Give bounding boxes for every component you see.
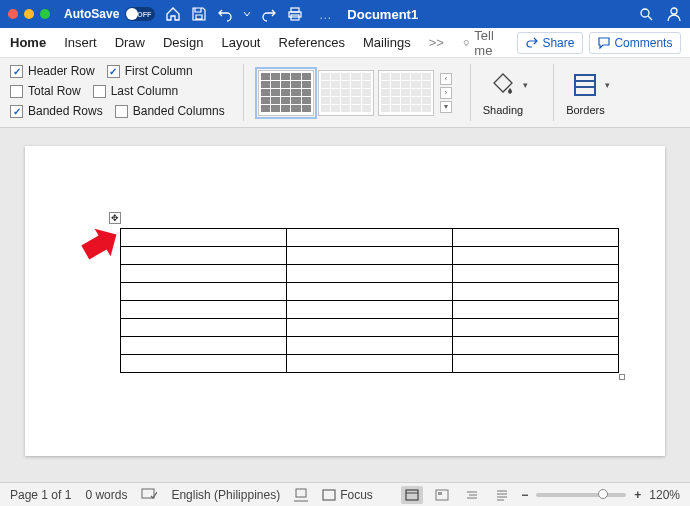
table-move-handle[interactable]: ✥ — [109, 212, 121, 224]
tell-me[interactable]: Tell me — [462, 28, 500, 58]
table-row[interactable] — [121, 301, 619, 319]
table-style-1[interactable] — [258, 70, 314, 116]
zoom-in-button[interactable]: + — [634, 488, 641, 502]
first-column-checkbox[interactable]: First Column — [107, 64, 193, 78]
table-style-3[interactable] — [378, 70, 434, 116]
table-row[interactable] — [121, 229, 619, 247]
table-cell[interactable] — [121, 301, 287, 319]
search-icon[interactable] — [638, 6, 654, 22]
print-icon[interactable] — [287, 6, 303, 22]
page[interactable]: ✥ — [25, 146, 665, 456]
table-cell[interactable] — [121, 247, 287, 265]
tab-design[interactable]: Design — [163, 35, 203, 50]
svg-line-4 — [648, 16, 652, 20]
table-cell[interactable] — [453, 355, 619, 373]
styles-more-icon[interactable]: ▾ — [440, 101, 452, 113]
last-column-checkbox[interactable]: Last Column — [93, 84, 178, 98]
borders-icon: ▾ — [570, 70, 600, 100]
account-icon[interactable] — [666, 6, 682, 22]
table-row[interactable] — [121, 247, 619, 265]
table-cell[interactable] — [287, 265, 453, 283]
tab-home[interactable]: Home — [10, 35, 46, 50]
undo-dropdown-icon[interactable] — [243, 6, 251, 22]
total-row-checkbox[interactable]: Total Row — [10, 84, 81, 98]
table-row[interactable] — [121, 283, 619, 301]
tab-layout[interactable]: Layout — [221, 35, 260, 50]
table-cell[interactable] — [287, 319, 453, 337]
table-cell[interactable] — [287, 283, 453, 301]
banded-rows-checkbox[interactable]: Banded Rows — [10, 104, 103, 118]
autosave-switch[interactable]: OFF — [125, 7, 155, 21]
table-cell[interactable] — [121, 265, 287, 283]
table-row[interactable] — [121, 319, 619, 337]
table-row[interactable] — [121, 355, 619, 373]
shading-button[interactable]: ▾ Shading — [470, 64, 535, 121]
draft-view-icon[interactable] — [491, 486, 513, 504]
table-cell[interactable] — [453, 301, 619, 319]
table-cell[interactable] — [287, 355, 453, 373]
table-cell[interactable] — [287, 301, 453, 319]
shading-dropdown-icon[interactable]: ▾ — [523, 80, 528, 90]
table-cell[interactable] — [121, 355, 287, 373]
more-tabs-icon[interactable]: >> — [429, 35, 444, 50]
maximize-window-icon[interactable] — [40, 9, 50, 19]
outline-view-icon[interactable] — [461, 486, 483, 504]
borders-dropdown-icon[interactable]: ▾ — [605, 80, 610, 90]
table-cell[interactable] — [453, 265, 619, 283]
table-cell[interactable] — [121, 229, 287, 247]
zoom-out-button[interactable]: − — [521, 488, 528, 502]
banded-columns-checkbox[interactable]: Banded Columns — [115, 104, 225, 118]
tab-draw[interactable]: Draw — [115, 35, 145, 50]
last-column-label: Last Column — [111, 84, 178, 98]
table-row[interactable] — [121, 265, 619, 283]
autosave-toggle[interactable]: AutoSave OFF — [64, 7, 155, 21]
table-cell[interactable] — [121, 337, 287, 355]
home-icon[interactable] — [165, 6, 181, 22]
scroll-left-icon[interactable]: ‹ — [440, 73, 452, 85]
comments-button[interactable]: Comments — [589, 32, 681, 54]
accessibility-icon[interactable] — [294, 488, 308, 502]
borders-label: Borders — [566, 104, 605, 116]
language-indicator[interactable]: English (Philippines) — [171, 488, 280, 502]
borders-button[interactable]: ▾ Borders — [553, 64, 617, 121]
header-row-label: Header Row — [28, 64, 95, 78]
table-style-2[interactable] — [318, 70, 374, 116]
word-count[interactable]: 0 words — [85, 488, 127, 502]
minimize-window-icon[interactable] — [24, 9, 34, 19]
tab-mailings[interactable]: Mailings — [363, 35, 411, 50]
close-window-icon[interactable] — [8, 9, 18, 19]
spellcheck-icon[interactable] — [141, 488, 157, 502]
page-indicator[interactable]: Page 1 of 1 — [10, 488, 71, 502]
header-row-checkbox[interactable]: Header Row — [10, 64, 95, 78]
tab-references[interactable]: References — [279, 35, 345, 50]
table-cell[interactable] — [287, 247, 453, 265]
table-styles-scroll: ‹ › ▾ — [440, 73, 452, 113]
table-cell[interactable] — [287, 229, 453, 247]
undo-icon[interactable] — [217, 6, 233, 22]
table-cell[interactable] — [453, 319, 619, 337]
quick-access-toolbar: … Document1 — [165, 6, 418, 22]
focus-mode-button[interactable]: Focus — [322, 488, 373, 502]
web-layout-view-icon[interactable] — [431, 486, 453, 504]
table-row[interactable] — [121, 337, 619, 355]
table-cell[interactable] — [453, 247, 619, 265]
zoom-level[interactable]: 120% — [649, 488, 680, 502]
share-button[interactable]: Share — [517, 32, 583, 54]
zoom-slider-thumb[interactable] — [598, 489, 608, 499]
table-cell[interactable] — [121, 319, 287, 337]
table-cell[interactable] — [453, 283, 619, 301]
table-cell[interactable] — [121, 283, 287, 301]
zoom-slider[interactable] — [536, 493, 626, 497]
redo-icon[interactable] — [261, 6, 277, 22]
tab-insert[interactable]: Insert — [64, 35, 97, 50]
scroll-right-icon[interactable]: › — [440, 87, 452, 99]
window-controls[interactable] — [8, 9, 50, 19]
table-resize-handle[interactable] — [619, 374, 625, 380]
save-icon[interactable] — [191, 6, 207, 22]
document-table[interactable] — [120, 228, 619, 373]
table-cell[interactable] — [287, 337, 453, 355]
document-title: Document1 — [347, 6, 418, 22]
table-cell[interactable] — [453, 229, 619, 247]
table-cell[interactable] — [453, 337, 619, 355]
print-layout-view-icon[interactable] — [401, 486, 423, 504]
